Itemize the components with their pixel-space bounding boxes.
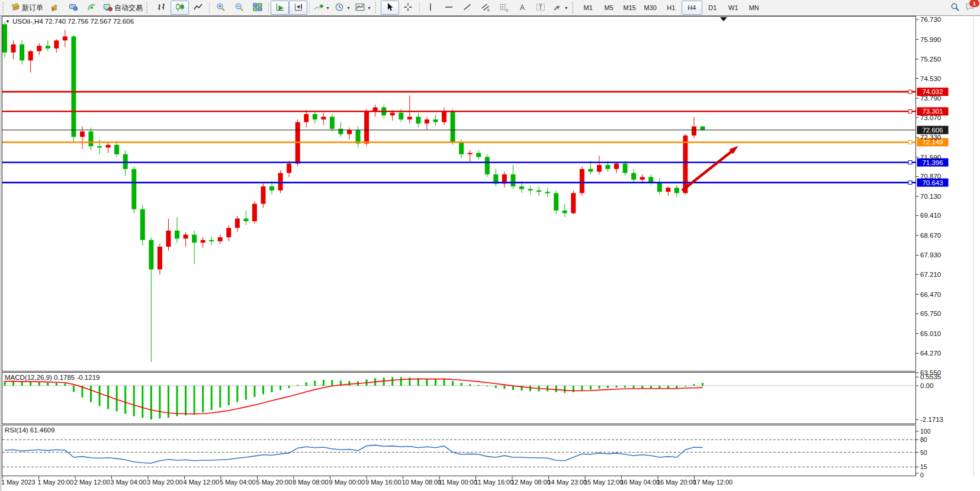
new-order-icon (11, 2, 20, 14)
price-badge-label: 72.606 (922, 127, 943, 134)
candlestick-chart-button[interactable] (171, 1, 189, 15)
zoom-in-icon (216, 2, 226, 14)
time-axis-label: 1 May 20:00 (38, 479, 74, 486)
horizontal-line-button[interactable] (440, 1, 458, 15)
macd-axis-label: 0.5535 (920, 373, 941, 380)
trendline-button[interactable] (458, 1, 477, 15)
price-axis-label: 75.250 (920, 56, 941, 63)
trendline-icon (462, 2, 472, 14)
cursor-button[interactable] (381, 1, 399, 15)
timeframe-mn[interactable]: MN (744, 1, 764, 15)
vertical-line-button[interactable] (422, 1, 440, 15)
rsi-axis-label: 50 (920, 449, 927, 456)
new-order-button[interactable]: 新订单 (8, 1, 46, 15)
time-axis-label: 8 May 08:00 (293, 479, 329, 486)
one-click-trading-icon[interactable]: ▼ (5, 19, 10, 24)
notifications-button[interactable]: 1 (965, 2, 975, 14)
hline-handle[interactable] (908, 90, 912, 93)
line-chart-button[interactable] (189, 1, 207, 15)
timeframe-d1[interactable]: D1 (702, 1, 723, 15)
community-button[interactable] (64, 1, 82, 15)
time-axis-label: 11 May 16:00 (475, 479, 514, 486)
fibonacci-button[interactable]: F (495, 1, 513, 15)
timeframe-w1[interactable]: W1 (723, 1, 744, 15)
candle-body (468, 153, 473, 154)
tile-windows-button[interactable] (248, 1, 266, 15)
price-axis-label: 70.870 (920, 173, 941, 180)
community-icon (69, 2, 78, 14)
timeframe-m5[interactable]: M5 (599, 1, 619, 15)
candle-body (2, 24, 7, 53)
candle-body (330, 117, 335, 128)
candle-body (243, 218, 248, 221)
market-button[interactable] (46, 1, 64, 15)
candle-body (140, 209, 145, 240)
price-chart-canvas[interactable]: 74.03273.30172.60672.14971.39670.64376.7… (0, 15, 980, 491)
chart-shift-icon (294, 2, 303, 14)
time-axis-label: 3 May 04:00 (111, 479, 147, 486)
candle-body (252, 204, 257, 221)
candle-body (63, 37, 68, 41)
toolbar-separator (419, 2, 420, 13)
time-axis-label: 16 May 20:00 (657, 479, 696, 486)
text-button[interactable]: A (513, 1, 532, 15)
price-axis-label: 73.070 (920, 114, 941, 121)
hline-handle[interactable] (908, 109, 912, 113)
text-label-button[interactable]: T (532, 1, 550, 15)
bar-chart-button[interactable] (152, 1, 171, 15)
rsi-axis-label: 0 (920, 471, 924, 479)
candle-body (571, 193, 576, 213)
price-axis-label: 73.790 (920, 95, 941, 102)
candle-body (89, 131, 94, 146)
arrows-icon (552, 2, 562, 14)
time-axis-label: 5 May 20:00 (256, 479, 293, 486)
timeframe-h1[interactable]: H1 (661, 1, 682, 15)
search-button[interactable] (946, 1, 964, 15)
indicators-button[interactable]: ▼ (311, 1, 332, 15)
chart-window[interactable]: 74.03273.30172.60672.14971.39670.64376.7… (0, 15, 980, 491)
panel-border (2, 17, 916, 372)
candle-body (485, 157, 490, 174)
channel-button[interactable]: E (477, 1, 495, 15)
candle-body (123, 154, 128, 169)
megaphone-icon (50, 2, 60, 14)
candle-body (597, 165, 602, 172)
autotrading-button[interactable]: 自动交易 (101, 1, 145, 15)
auto-scroll-button[interactable] (271, 1, 289, 15)
candle-body (407, 117, 412, 119)
toolbar-separator (309, 2, 310, 13)
chart-shift-button[interactable] (289, 1, 307, 15)
vertical-line-icon (426, 2, 435, 14)
candle-body (442, 111, 446, 122)
templates-button[interactable]: ▼ (353, 1, 374, 15)
candle-body (149, 240, 153, 270)
candle-body (364, 111, 369, 143)
candle-body (278, 173, 283, 190)
timeframe-h4[interactable]: H4 (682, 1, 702, 15)
price-axis-label: 76.730 (920, 16, 941, 23)
hline-handle[interactable] (908, 181, 912, 185)
candle-body (166, 231, 171, 247)
timeframe-m1[interactable]: M1 (578, 1, 599, 15)
candle-body (235, 218, 240, 228)
crosshair-button[interactable] (399, 1, 417, 15)
timeframe-m15[interactable]: M15 (619, 1, 640, 15)
candle-body (528, 189, 533, 190)
signal-button[interactable] (82, 1, 101, 15)
auto-scroll-icon (275, 2, 285, 14)
zoom-in-button[interactable] (211, 1, 230, 15)
dropdown-arrow-icon: ▼ (367, 6, 371, 10)
price-axis-label: 68.670 (920, 232, 941, 239)
timeframe-m30[interactable]: M30 (640, 1, 661, 15)
candle-body (674, 188, 679, 193)
mt4-terminal: { "toolbar": { "new_order_label": "新订单",… (0, 0, 980, 491)
zoom-out-button[interactable] (230, 1, 248, 15)
periods-button[interactable]: ▼ (332, 1, 353, 15)
hline-handle[interactable] (908, 140, 912, 144)
dropdown-arrow-icon: ▼ (326, 6, 330, 10)
candle-body (459, 142, 464, 154)
macd-axis-label: 0.00 (920, 382, 933, 389)
fibonacci-icon: F (499, 2, 509, 14)
arrows-button[interactable]: ▼ (550, 1, 571, 15)
hline-handle[interactable] (908, 161, 912, 164)
